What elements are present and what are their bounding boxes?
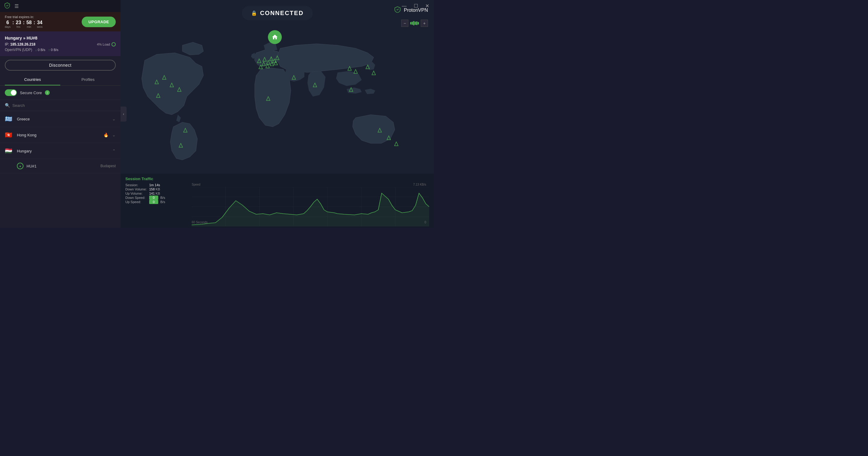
days-unit: 6 days — [5, 20, 10, 28]
close-button[interactable]: ✕ — [424, 2, 431, 9]
speed-control: − + — [401, 20, 428, 27]
session-value: 1m 14s — [149, 183, 165, 187]
right-panel: ‹ 🔒 CONNECTED ProtonVPN − + — [121, 0, 434, 228]
chart-speed-label: Speed — [192, 183, 200, 186]
chart-x-labels: 60 Seconds 0 — [192, 221, 426, 224]
down-speed-value: 0 B/s — [38, 48, 45, 52]
speed-bar-1 — [410, 22, 411, 24]
hrs-value: 23 — [16, 20, 21, 25]
connected-badge: 🔒 CONNECTED — [242, 6, 313, 20]
flag-hungary: 🇭🇺 — [5, 147, 13, 154]
up-vol-label: Up Volume: — [125, 191, 149, 196]
connection-info: Hungary » HU#8 IP: 185.128.26.218 4% Loa… — [0, 31, 121, 56]
chart-x-left-label: 60 Seconds — [192, 221, 208, 224]
speed-bars — [409, 21, 420, 25]
up-vol-value: 141 KB — [149, 191, 165, 196]
secs-value: 34 — [37, 20, 43, 25]
colon-3: : — [33, 20, 35, 25]
trial-timer: 6 days : 23 hrs : 58 min : 34 secs — [5, 20, 42, 28]
tab-profiles[interactable]: Profiles — [60, 74, 116, 85]
country-item-hongkong[interactable]: 🇭🇰 Hong Kong 🔥 ⌄ — [0, 127, 121, 143]
secs-unit: 34 secs — [37, 20, 43, 28]
down-arrow-icon: ↓ — [35, 48, 37, 52]
flag-greece: 🇬🇷 — [5, 115, 13, 122]
down-vol-value: 158 KB — [149, 187, 165, 191]
connected-text: CONNECTED — [260, 10, 304, 17]
colon-1: : — [12, 20, 14, 25]
upgrade-button[interactable]: UPGRADE — [82, 17, 116, 27]
search-input[interactable] — [12, 103, 116, 108]
speed-increase-button[interactable]: + — [421, 20, 428, 27]
country-name-hungary: Hungary — [17, 149, 108, 153]
traffic-chart: Speed 7.13 KB/s — [192, 183, 429, 224]
speed-bar-6 — [418, 22, 419, 24]
speed-decrease-button[interactable]: − — [401, 20, 408, 27]
collapse-panel-button[interactable]: ‹ — [121, 107, 127, 122]
ip-label: IP: — [5, 42, 9, 47]
country-name-greece: Greece — [17, 117, 108, 121]
chart-x-right-label: 0 — [424, 221, 426, 224]
server-item-hu1[interactable]: ● HU#1 Budapest — [0, 159, 121, 173]
server-name: Hungary » HU#8 — [5, 36, 116, 40]
toggle-track — [5, 89, 17, 96]
toggle-thumb — [11, 90, 16, 95]
minimize-button[interactable]: — — [400, 2, 408, 9]
session-panel: Session Traffic Session: 1m 14s Down Vol… — [121, 173, 434, 228]
hrs-unit: 23 hrs — [16, 20, 21, 28]
country-item-greece[interactable]: 🇬🇷 Greece ⌄ — [0, 111, 121, 127]
trial-info: Free trial expires in: 6 days : 23 hrs :… — [5, 15, 42, 28]
country-item-hungary[interactable]: 🇭🇺 Hungary ⌄ — [0, 143, 121, 159]
up-arrow-icon: ↑ — [48, 48, 50, 52]
fire-icon: 🔥 — [103, 133, 108, 137]
server-icon-hu1: ● — [17, 163, 24, 169]
trial-bar: Free trial expires in: 6 days : 23 hrs :… — [0, 12, 121, 31]
country-list: 🇬🇷 Greece ⌄ 🇭🇰 Hong Kong 🔥 ⌄ 🇭🇺 Hungary … — [0, 111, 121, 228]
home-node — [268, 30, 282, 44]
expand-greece-icon[interactable]: ⌄ — [112, 116, 116, 121]
up-vol-row: Up Volume: 141 KB — [125, 191, 165, 196]
min-value: 58 — [26, 20, 32, 25]
ip-row: IP: 185.128.26.218 4% Load — [5, 42, 116, 47]
menu-icon[interactable]: ☰ — [14, 3, 19, 9]
expand-hungary-icon[interactable]: ⌄ — [112, 148, 116, 153]
protocol-label: OpenVPN (UDP) — [5, 48, 32, 52]
session-title: Session Traffic — [125, 176, 429, 181]
tabs-row: Countries Profiles — [0, 74, 121, 86]
min-unit: 58 min — [26, 20, 32, 28]
server-location-hu1: Budapest — [100, 164, 116, 168]
speed-bar-3 — [413, 21, 414, 25]
up-speed-value: 0 B/s — [51, 48, 59, 52]
window-controls: — ☐ ✕ — [400, 2, 431, 9]
search-row: 🔍 — [0, 100, 121, 111]
app-logo — [4, 2, 10, 10]
lock-icon: 🔒 — [251, 10, 257, 16]
secure-core-toggle[interactable] — [5, 89, 17, 96]
left-panel: ☰ Free trial expires in: 6 days : 23 hrs… — [0, 0, 121, 228]
hrs-label: hrs — [16, 25, 21, 28]
expand-hongkong-icon[interactable]: ⌄ — [112, 133, 116, 137]
disconnect-button[interactable]: Disconnect — [5, 60, 116, 70]
speed-bar-2 — [412, 22, 413, 25]
load-display: 4% Load — [97, 42, 116, 47]
colon-2: : — [23, 20, 24, 25]
days-label: days — [5, 25, 10, 28]
session-row: Session: 1m 14s — [125, 183, 165, 187]
down-speed-badge: ↓ 0 B/s — [35, 48, 45, 52]
header-bar: ☰ — [0, 0, 121, 12]
secure-core-info-icon[interactable]: i — [45, 90, 50, 95]
up-speed-badge: ↑ 0 B/s — [48, 48, 59, 52]
ip-value: 185.128.26.218 — [10, 42, 35, 47]
trial-label: Free trial expires in: — [5, 15, 42, 19]
session-label: Session: — [125, 183, 149, 187]
load-value: 4% Load — [97, 42, 110, 46]
ip-display: IP: 185.128.26.218 — [5, 42, 35, 47]
load-circle-icon — [112, 42, 116, 47]
secs-label: secs — [37, 25, 43, 28]
down-speed-box: 0 — [149, 196, 158, 200]
tab-countries[interactable]: Countries — [5, 74, 60, 85]
down-vol-row: Down Volume: 158 KB — [125, 187, 165, 191]
server-name-hu1: HU#1 — [27, 164, 97, 168]
days-value: 6 — [5, 20, 10, 25]
maximize-button[interactable]: ☐ — [412, 2, 420, 9]
down-vol-label: Down Volume: — [125, 187, 149, 191]
